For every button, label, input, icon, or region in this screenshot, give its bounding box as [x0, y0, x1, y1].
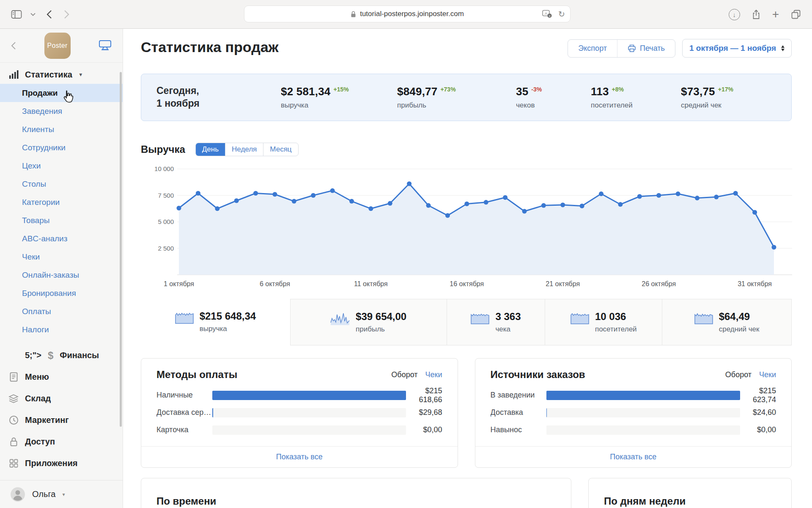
translate-icon[interactable]: Ax — [542, 10, 552, 18]
toggle-turnover[interactable]: Оборот — [725, 370, 752, 379]
revenue-chart[interactable]: 2 5005 0007 50010 0001 октября6 октября1… — [141, 163, 792, 290]
summary-cards-row: $215 648,34выручка $39 654,00прибыль 3 3… — [141, 299, 792, 345]
back-icon[interactable] — [47, 10, 52, 19]
source-row-in-venue: В заведении $215 623,74 — [491, 387, 776, 404]
chevron-down-icon: ▾ — [80, 72, 82, 77]
select-arrows-icon — [781, 45, 785, 51]
sidebar-item-applications[interactable]: Приложения — [0, 453, 123, 474]
sparkline-icon — [471, 311, 489, 324]
today-stats-bar: Сегодня, 1 ноября $2 581,34+15% выручка … — [141, 74, 792, 121]
tab-week[interactable]: Неделя — [225, 143, 263, 156]
reload-icon[interactable]: ↻ — [558, 9, 565, 19]
lock-icon — [8, 437, 19, 447]
sidebar-item-online-orders[interactable]: Онлайн-заказы — [0, 266, 123, 284]
sparkline-icon — [175, 310, 194, 324]
sidebar-item-payments[interactable]: Оплаты — [0, 302, 123, 320]
print-button[interactable]: Печать — [617, 40, 675, 57]
today-stat-receipts: 35-3% чеков — [516, 85, 591, 110]
show-all-link[interactable]: Показать все — [475, 446, 792, 467]
sidebar-item-statistics[interactable]: Статистика ▾ — [0, 65, 123, 84]
date-range-select[interactable]: 1 октября — 1 ноября — [682, 39, 792, 58]
collapse-sidebar-icon[interactable] — [11, 41, 16, 50]
sidebar-item-abc-analysis[interactable]: ABC-анализ — [0, 229, 123, 248]
screen: tutorial-posterpos.joinposter.com Ax ↻ ↓… — [0, 0, 812, 508]
user-name: Ольга — [32, 489, 55, 499]
export-button[interactable]: Экспорт — [568, 40, 617, 57]
bar-chart-icon — [9, 70, 19, 79]
sidebar-toggle-icon[interactable] — [11, 10, 22, 19]
panel-title: По времени — [141, 478, 571, 507]
revenue-section-title: Выручка — [141, 144, 185, 155]
order-sources-panel: Источники заказов Оборот Чеки В заведени… — [475, 358, 792, 468]
sidebar-item-workshops[interactable]: Цехи — [0, 157, 123, 175]
sidebar-item-clients[interactable]: Клиенты — [0, 120, 123, 138]
summary-card-revenue[interactable]: $215 648,34выручка — [141, 299, 290, 345]
today-stat-avg-check: $73,75+17% средний чек — [681, 85, 791, 110]
bar-fill — [212, 408, 213, 417]
export-print-group: Экспорт Печать — [568, 39, 675, 58]
bar-fill — [212, 391, 406, 400]
svg-text:5 000: 5 000 — [158, 218, 174, 225]
bar-fill — [546, 408, 547, 417]
period-tabs: День Неделя Месяц — [195, 143, 299, 156]
printer-icon — [628, 44, 636, 52]
svg-text:1 октября: 1 октября — [164, 280, 194, 287]
toggle-receipts[interactable]: Чеки — [425, 370, 442, 379]
forward-icon[interactable] — [64, 10, 69, 19]
chevron-down-icon: ▾ — [62, 491, 65, 497]
svg-text:x: x — [549, 14, 551, 18]
summary-card-visitors[interactable]: 10 036посетителей — [545, 299, 662, 345]
tabs-overview-icon[interactable] — [791, 9, 801, 19]
downloads-icon[interactable]: ↓ — [729, 9, 740, 20]
sidebar-header: Poster — [0, 29, 123, 63]
sidebar-item-products[interactable]: Товары — [0, 211, 123, 229]
summary-card-profit[interactable]: $39 654,00прибыль — [290, 299, 447, 345]
share-icon[interactable] — [752, 9, 760, 20]
poster-logo[interactable]: Poster — [44, 33, 71, 59]
by-time-panel: По времени 20 000 — [141, 478, 571, 508]
svg-text:11 октября: 11 октября — [354, 280, 388, 287]
svg-text:6 октября: 6 октября — [260, 280, 290, 287]
sparkline-icon — [694, 311, 713, 324]
sidebar-item-reservations[interactable]: Бронирования — [0, 284, 123, 302]
sidebar-item-locations[interactable]: Заведения — [0, 102, 123, 120]
sidebar-item-marketing[interactable]: Маркетинг — [0, 409, 123, 431]
today-stat-revenue: $2 581,34+15% выручка — [281, 85, 397, 110]
url-bar[interactable]: tutorial-posterpos.joinposter.com Ax ↻ — [244, 6, 571, 22]
sidebar-item-tables[interactable]: Столы — [0, 175, 123, 193]
svg-text:A: A — [545, 11, 547, 16]
source-row-delivery: Доставка $24,60 — [491, 404, 776, 421]
toolbar-chevron-down-icon[interactable] — [30, 13, 36, 16]
summary-card-receipts[interactable]: 3 363чека — [447, 299, 545, 345]
pos-terminal-icon[interactable] — [99, 40, 112, 51]
new-tab-icon[interactable]: + — [772, 8, 779, 20]
sidebar-item-sales[interactable]: Продажи — [0, 84, 123, 102]
payment-row-cash: Наличные $215 618,66 — [156, 387, 442, 404]
sidebar-item-employees[interactable]: Сотрудники — [0, 138, 123, 157]
page-title: Статистика продаж — [141, 39, 279, 55]
by-weekday-panel: По дням недели 50 000 — [588, 478, 792, 508]
toggle-turnover[interactable]: Оборот — [391, 370, 417, 379]
sidebar-item-menu[interactable]: Меню — [0, 366, 123, 388]
sidebar-item-finance[interactable]: 5;">$ Финансы — [0, 345, 123, 366]
payment-methods-panel: Методы оплаты Оборот Чеки Наличные $215 … — [141, 358, 458, 468]
source-row-takeaway: Навынос $0,00 — [491, 421, 776, 439]
payment-row-delivery-service: Доставка сер… $29,68 — [156, 404, 442, 421]
svg-text:31 октября: 31 октября — [738, 280, 772, 287]
today-stat-visitors: 113+8% посетителей — [591, 85, 681, 110]
lock-icon — [351, 11, 356, 18]
sidebar-item-access[interactable]: Доступ — [0, 431, 123, 453]
svg-text:2 500: 2 500 — [158, 245, 174, 252]
toggle-receipts[interactable]: Чеки — [759, 370, 776, 379]
summary-card-avg-check[interactable]: $64,49средний чек — [662, 299, 792, 345]
tab-month[interactable]: Месяц — [263, 143, 298, 156]
show-all-link[interactable]: Показать все — [141, 446, 458, 467]
sidebar-item-taxes[interactable]: Налоги — [0, 320, 123, 339]
tab-day[interactable]: День — [196, 143, 225, 156]
sidebar-item-categories[interactable]: Категории — [0, 193, 123, 211]
user-menu[interactable]: Ольга ▾ — [0, 480, 123, 508]
sidebar-item-receipts[interactable]: Чеки — [0, 248, 123, 266]
panel-title: Методы оплаты — [156, 369, 237, 381]
sidebar-scrollbar[interactable] — [120, 72, 122, 427]
sidebar-item-warehouse[interactable]: Склад — [0, 388, 123, 409]
